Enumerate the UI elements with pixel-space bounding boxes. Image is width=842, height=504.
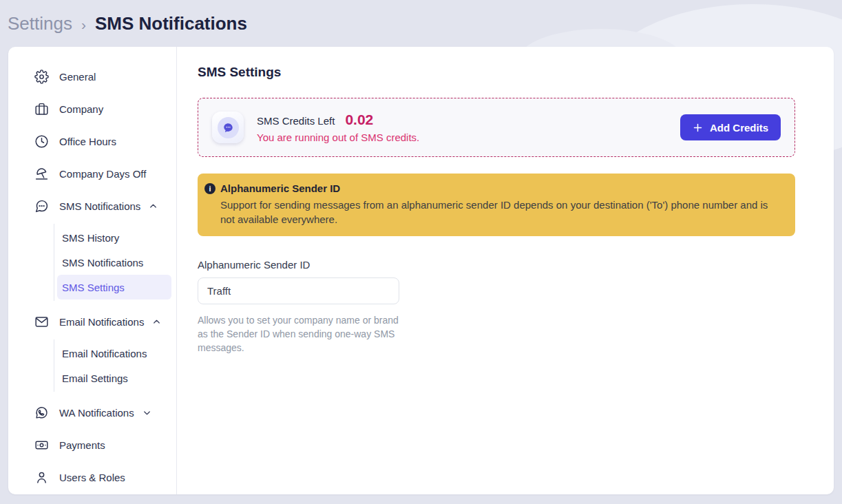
banknote-icon bbox=[34, 438, 49, 453]
credits-label: SMS Credits Left bbox=[257, 115, 335, 127]
sms-notifications-sub-list: SMS History SMS Notifications SMS Settin… bbox=[54, 224, 176, 301]
sidebar-item-label: Email Notifications bbox=[59, 316, 144, 328]
add-credits-button-label: Add Credits bbox=[710, 122, 768, 134]
sidebar-item-sms-notifications-sub[interactable]: SMS Notifications bbox=[57, 250, 171, 275]
sidebar-item-email-notifications[interactable]: Email Notifications bbox=[8, 306, 176, 338]
settings-card: General Company Office Hours Company Day… bbox=[8, 47, 834, 494]
breadcrumb-separator-icon: › bbox=[81, 14, 86, 33]
sender-id-form-group: Alphanumeric Sender ID Allows you to set… bbox=[198, 259, 795, 355]
sms-chat-icon-circle bbox=[218, 117, 239, 138]
sidebar-item-sms-settings[interactable]: SMS Settings bbox=[57, 275, 171, 300]
sidebar-item-label: WA Notifications bbox=[59, 407, 134, 419]
sms-credits-card: SMS Credits Left 0.02 You are running ou… bbox=[198, 98, 795, 157]
clock-icon bbox=[34, 134, 49, 149]
sms-chat-icon bbox=[212, 112, 244, 143]
gear-icon bbox=[34, 70, 49, 85]
sidebar-item-label: Company Days Off bbox=[59, 168, 146, 180]
sidebar-item-label: Company bbox=[59, 103, 103, 115]
sidebar-item-payments[interactable]: Payments bbox=[8, 429, 176, 461]
chevron-up-icon bbox=[151, 317, 162, 327]
briefcase-icon bbox=[34, 102, 49, 117]
alert-title: Alphanumeric Sender ID bbox=[220, 182, 340, 194]
sender-id-input[interactable] bbox=[198, 277, 399, 304]
breadcrumb-settings-link[interactable]: Settings bbox=[8, 13, 72, 34]
sidebar-item-label: General bbox=[59, 71, 96, 83]
sidebar-item-company[interactable]: Company bbox=[8, 93, 176, 125]
sidebar-item-label: Users & Roles bbox=[59, 472, 125, 483]
credits-value: 0.02 bbox=[345, 112, 373, 128]
sidebar-item-general[interactable]: General bbox=[8, 61, 176, 93]
whatsapp-icon bbox=[34, 406, 49, 421]
chevron-up-icon bbox=[148, 201, 158, 211]
page-title: SMS Settings bbox=[198, 65, 795, 80]
plus-icon bbox=[693, 123, 703, 133]
sidebar-item-sms-notifications[interactable]: SMS Notifications bbox=[8, 190, 176, 222]
breadcrumb-current-page: SMS Notifications bbox=[95, 13, 247, 34]
beach-umbrella-icon bbox=[34, 167, 49, 182]
email-notifications-sub-list: Email Notifications Email Settings bbox=[54, 339, 176, 392]
alphanumeric-sender-id-alert: i Alphanumeric Sender ID Support for sen… bbox=[198, 174, 795, 236]
sidebar-item-sms-history[interactable]: SMS History bbox=[57, 225, 171, 250]
sidebar-item-office-hours[interactable]: Office Hours bbox=[8, 125, 176, 158]
sidebar-item-users-roles[interactable]: Users & Roles bbox=[8, 461, 176, 494]
sidebar-item-label: Office Hours bbox=[59, 136, 116, 147]
credits-text: SMS Credits Left 0.02 You are running ou… bbox=[257, 112, 419, 143]
alert-body: Support for sending messages from an alp… bbox=[220, 198, 779, 227]
chat-bubble-icon bbox=[34, 199, 49, 214]
breadcrumb: Settings › SMS Notifications bbox=[0, 0, 842, 47]
sidebar-item-email-settings[interactable]: Email Settings bbox=[57, 366, 171, 390]
sender-id-label: Alphanumeric Sender ID bbox=[198, 259, 795, 271]
user-icon bbox=[34, 470, 49, 485]
info-icon: i bbox=[204, 183, 215, 194]
credits-warning: You are running out of SMS credits. bbox=[257, 132, 419, 143]
sms-settings-content: SMS Settings SMS Credits Left 0.02 You a… bbox=[177, 47, 834, 494]
settings-sidebar: General Company Office Hours Company Day… bbox=[8, 47, 177, 494]
sidebar-item-company-days-off[interactable]: Company Days Off bbox=[8, 158, 176, 190]
sidebar-item-email-notifications-sub[interactable]: Email Notifications bbox=[57, 341, 171, 366]
chevron-down-icon bbox=[142, 408, 152, 418]
sender-id-help-text: Allows you to set your company name or b… bbox=[198, 313, 406, 355]
sidebar-item-label: SMS Notifications bbox=[59, 200, 140, 212]
envelope-icon bbox=[34, 315, 49, 330]
add-credits-button[interactable]: Add Credits bbox=[680, 114, 781, 140]
sidebar-item-wa-notifications[interactable]: WA Notifications bbox=[8, 397, 176, 429]
sidebar-item-label: Payments bbox=[59, 439, 105, 451]
